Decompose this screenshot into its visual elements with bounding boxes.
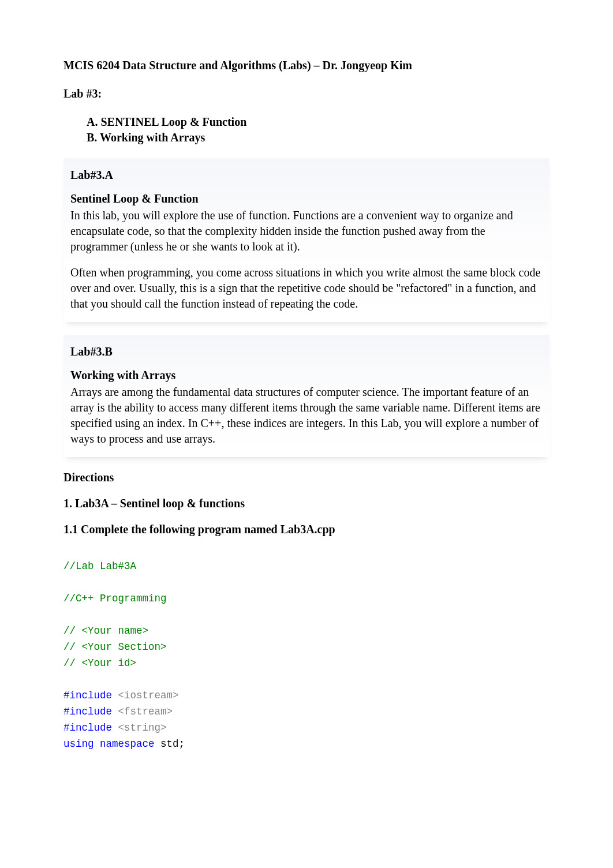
lab-heading: Lab #3: <box>63 86 550 102</box>
callout-b-heading: Lab#3.B <box>70 344 543 360</box>
code-identifier: std <box>155 738 179 750</box>
code-keyword: #include <box>63 722 112 734</box>
callout-lab3b: Lab#3.B Working with Arrays Arrays are a… <box>63 335 550 457</box>
code-include-target: <fstream> <box>112 706 173 717</box>
code-keyword: #include <box>63 706 112 717</box>
callout-lab3a: Lab#3.A Sentinel Loop & Function In this… <box>63 158 550 322</box>
section-1-1-title: 1.1 Complete the following program named… <box>63 522 550 537</box>
topics-block: A. SENTINEL Loop & Function B. Working w… <box>87 114 550 145</box>
code-include-target: <string> <box>112 722 167 734</box>
code-punct: ; <box>179 738 185 750</box>
topic-a: A. SENTINEL Loop & Function <box>87 114 550 130</box>
code-keyword: namespace <box>94 738 155 750</box>
directions-heading: Directions <box>63 470 550 485</box>
topic-b: B. Working with Arrays <box>87 130 550 145</box>
code-keyword: using <box>63 738 94 750</box>
callout-b-subheading: Working with Arrays <box>70 368 543 383</box>
callout-a-heading: Lab#3.A <box>70 167 543 183</box>
callout-b-para1: Arrays are among the fundamental data st… <box>70 384 543 447</box>
code-comment: // <Your name> <box>63 625 148 637</box>
callout-a-para2: Often when programming, you come across … <box>70 265 543 312</box>
code-block: //Lab Lab#3A //C++ Programming // <Your … <box>63 558 550 752</box>
code-comment: //Lab Lab#3A <box>63 560 136 572</box>
callout-a-para1: In this lab, you will explore the use of… <box>70 208 543 255</box>
code-comment: // <Your id> <box>63 657 136 669</box>
code-include-target: <iostream> <box>112 690 179 701</box>
code-keyword: #include <box>63 690 112 701</box>
code-comment: // <Your Section> <box>63 641 167 653</box>
callout-a-subheading: Sentinel Loop & Function <box>70 191 543 207</box>
section-1-title: 1. Lab3A – Sentinel loop & functions <box>63 496 550 511</box>
code-comment: //C++ Programming <box>63 593 167 604</box>
page-title: MCIS 6204 Data Structure and Algorithms … <box>63 58 550 73</box>
